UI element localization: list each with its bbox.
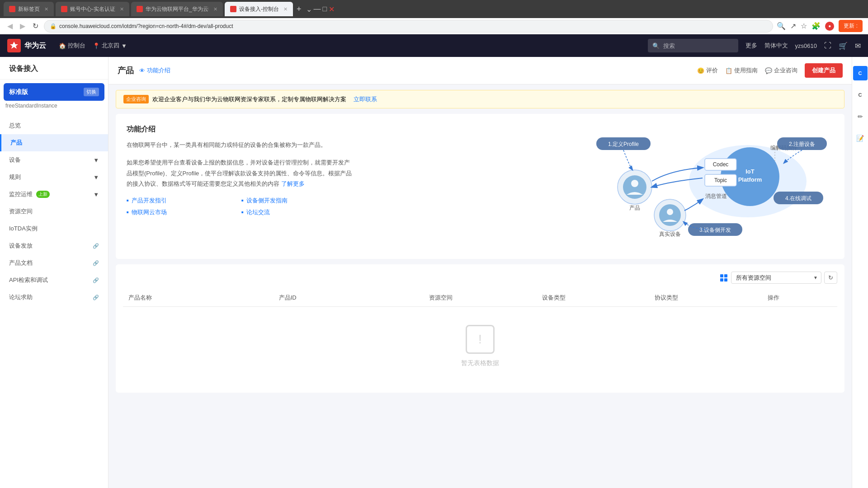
consult-action[interactable]: 💬 企业咨询 [765,66,797,75]
page-title: 产品 [118,65,134,76]
svg-point-25 [667,209,673,215]
right-panel-item-2[interactable]: ✏ [853,109,868,124]
tab-1[interactable]: 新标签页 ✕ [4,2,54,16]
header-more-text[interactable]: 更多 [745,42,757,50]
profile-icon[interactable]: ● [825,22,834,31]
svg-text:Topic: Topic [714,177,727,183]
sidebar-item-monitor[interactable]: 监控运维 上新 ▼ [0,186,108,203]
extensions-icon[interactable]: 🧩 [811,22,821,30]
refresh-button[interactable]: ↻ [31,20,40,32]
sidebar-item-device[interactable]: 设备 ▼ [0,151,108,169]
forward-button[interactable]: ▶ [18,20,27,32]
resource-space-select[interactable]: 所有资源空间 默认资源空间 [731,272,821,284]
sidebar-item-device-provision[interactable]: 设备发放 🔗 [0,237,108,254]
feature-link-3[interactable]: 论坛交流 [241,208,353,216]
url-text[interactable]: console.huaweicloud.com/iotdm/?region=cn… [59,23,233,29]
sidebar-item-product-docs[interactable]: 产品文档 🔗 [0,254,108,272]
feature-link-1-label: 设备侧开发指南 [246,197,288,205]
header-nav-region[interactable]: 📍 北京四 ▼ [93,42,127,50]
right-panel-item-0[interactable]: C [853,66,868,80]
header-nav: 🏠 控制台 📍 北京四 ▼ [59,42,127,50]
learn-more-link[interactable]: 了解更多 [281,180,305,187]
right-panel-item-3[interactable]: 📝 [853,131,868,145]
sidebar-item-product[interactable]: 产品 [0,134,108,151]
sidebar-instance-card: 标准版 切换 [4,83,104,101]
tab-2-favicon [61,6,67,12]
address-actions: 🔍 ↗ ☆ 🧩 ● 更新 : [777,20,863,32]
tab-4[interactable]: 设备接入-控制台 ✕ [225,2,293,16]
search-icon[interactable]: 🔍 [777,22,786,30]
svg-text:消息管道: 消息管道 [705,193,727,199]
feature-link-1[interactable]: 设备侧开发指南 [241,197,353,205]
sidebar-item-device-arrow: ▼ [93,157,99,164]
tab-2-title: 账号中心-实名认证 [70,5,115,13]
notice-text: 欢迎企业客户与我们华为云物联网资深专家联系，定制专属物联网解决方案 [152,95,346,103]
sidebar-item-overview[interactable]: 总览 [0,117,108,134]
tab-2[interactable]: 账号中心-实名认证 ✕ [56,2,129,16]
tab-2-close[interactable]: ✕ [120,6,124,12]
header-lang-text[interactable]: 简体中文 [764,42,788,50]
update-button[interactable]: 更新 : [839,20,863,32]
resource-icon [719,273,728,282]
sidebar-title: 设备接入 [0,57,108,80]
tab-nav-close[interactable]: ✕ [329,5,335,14]
svg-rect-30 [724,278,727,282]
sidebar-item-rule[interactable]: 规则 ▼ [0,169,108,186]
func-intro-link[interactable]: 👁 功能介绍 [139,66,170,75]
tab-4-close[interactable]: ✕ [283,6,288,12]
tab-1-favicon [9,6,15,12]
feature-link-2[interactable]: 物联网云市场 [127,208,238,216]
review-action[interactable]: 😊 评价 [697,66,718,75]
svg-text:IoT: IoT [745,168,755,175]
guide-action[interactable]: 📋 使用指南 [725,66,758,75]
feature-content: 功能介绍 在物联网平台中，某一类具有相同能力或特征的设备的合集被称为一款产品。 … [127,125,834,248]
guide-icon: 📋 [725,67,732,74]
empty-state-icon: ! [466,325,495,354]
huawei-logo[interactable]: 华为云 [7,39,46,52]
right-panel-item-1[interactable]: C [853,88,868,102]
sidebar-item-monitor-badge: 上新 [36,191,50,198]
sidebar-item-forum[interactable]: 论坛求助 🔗 [0,289,108,306]
share-icon[interactable]: ↗ [790,22,796,30]
main-content: 产品 👁 功能介绍 😊 评价 📋 使用指南 💬 企业咨询 [108,57,852,488]
notice-link[interactable]: 立即联系 [354,95,377,103]
sidebar-item-device-left: 设备 [9,156,21,164]
empty-state-text: 暂无表格数据 [461,359,499,367]
header-nav-console[interactable]: 🏠 控制台 [59,42,85,50]
resource-select-area: 所有资源空间 默认资源空间 ↻ [719,272,837,284]
tab-1-close[interactable]: ✕ [44,6,48,12]
header-cart-icon[interactable]: 🛒 [839,42,848,50]
svg-text:Platform: Platform [738,176,762,183]
guide-text: 使用指南 [734,66,758,75]
header-search: 🔍 更多 简体中文 yzs0610 ⛶ 🛒 ✉ [648,39,861,52]
table-refresh-button[interactable]: ↻ [824,272,837,284]
tab-nav: ⌄ — □ ✕ [305,5,336,14]
header-mail-icon[interactable]: ✉ [855,42,861,50]
tab-nav-prev[interactable]: ⌄ [306,5,312,14]
tab-3-close[interactable]: ✕ [213,6,217,12]
create-product-button[interactable]: 创建产品 [805,63,843,78]
tab-3-favicon [137,6,143,12]
tab-nav-maximize[interactable]: □ [323,5,327,13]
header-search-box[interactable]: 🔍 [648,39,738,52]
sidebar-switch-button[interactable]: 切换 [84,88,99,96]
consult-icon: 💬 [765,67,772,74]
header-screen-icon[interactable]: ⛶ [824,42,831,50]
sidebar-item-product-label: 产品 [10,139,22,147]
tab-3[interactable]: 华为云物联网平台_华为云IoT平... ✕ [131,2,223,16]
sidebar-menu: 总览 产品 设备 ▼ 规则 ▼ [0,114,108,309]
feature-link-0[interactable]: 产品开发指引 [127,197,238,205]
sidebar-item-iotda[interactable]: IoTDA实例 [0,220,108,237]
back-button[interactable]: ◀ [5,20,14,32]
new-tab-button[interactable]: + [297,5,302,14]
notice-tag: 企业咨询 [123,95,149,103]
svg-rect-29 [720,278,723,282]
sidebar-item-api[interactable]: API检索和调试 🔗 [0,272,108,289]
header-user-text[interactable]: yzs0610 [795,42,817,49]
sidebar-item-resource[interactable]: 资源空间 [0,203,108,220]
header-search-input[interactable] [663,42,731,49]
bookmark-icon[interactable]: ☆ [801,22,807,30]
notice-banner: 企业咨询 欢迎企业客户与我们华为云物联网资深专家联系，定制专属物联网解决方案 立… [116,90,844,108]
tab-nav-minimize[interactable]: — [314,5,321,13]
feature-desc2: 如果您希望使用平台查看设备上报的数据信息，并对设备进行管理控制，就需要开发产品模… [127,157,353,189]
